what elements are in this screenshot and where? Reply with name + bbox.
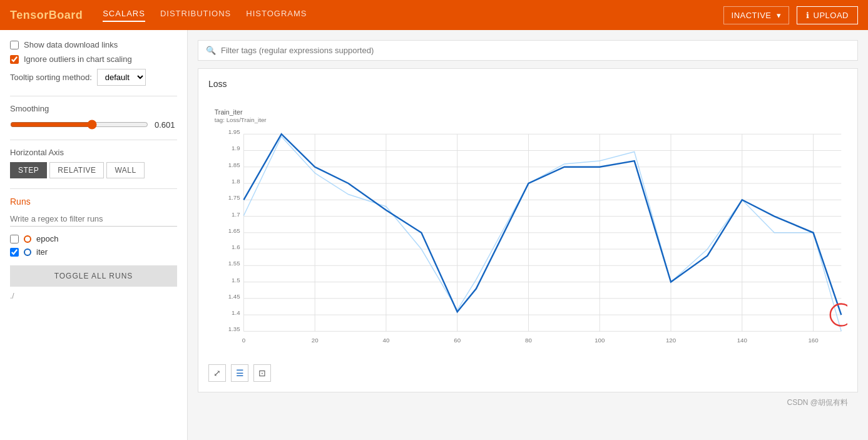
svg-text:60: 60 — [454, 337, 461, 344]
axis-step-button[interactable]: STEP — [10, 162, 47, 178]
divider-1 — [10, 96, 177, 96]
nav-scalars[interactable]: SCALARS — [103, 9, 145, 22]
svg-text:120: 120 — [666, 337, 677, 344]
svg-text:1.45: 1.45 — [228, 293, 240, 300]
chart-container: Train_iter tag: Loss/Train_iter 1.35 1.4… — [208, 96, 847, 359]
nav-tabs: SCALARS DISTRIBUTIONS HISTOGRAMS — [103, 9, 307, 22]
runs-filter-input[interactable] — [10, 212, 177, 227]
chart-svg: Train_iter tag: Loss/Train_iter 1.35 1.4… — [208, 96, 847, 359]
run-row-iter: iter — [10, 247, 177, 257]
horizontal-axis-label: Horizontal Axis — [10, 148, 177, 157]
smoothing-label: Smoothing — [10, 104, 177, 113]
zoom-icon: ⤢ — [213, 368, 221, 378]
chevron-down-icon: ▾ — [777, 11, 782, 20]
filter-bar: 🔍 — [198, 40, 858, 61]
svg-text:1.75: 1.75 — [228, 194, 240, 201]
tooltip-label: Tooltip sorting method: — [10, 73, 92, 82]
nav-distributions[interactable]: DISTRIBUTIONS — [160, 9, 231, 22]
smoothing-section: Smoothing 0.601 — [10, 104, 177, 130]
chart-title: Loss — [208, 79, 847, 89]
svg-text:1.35: 1.35 — [228, 325, 240, 332]
axis-buttons: STEP RELATIVE WALL — [10, 162, 177, 178]
toggle-all-button[interactable]: TOGGLE ALL RUNS — [10, 265, 177, 287]
run-iter-name: iter — [36, 247, 48, 257]
runs-section: Runs epoch iter TOGGLE ALL RUNS ./ — [10, 197, 177, 300]
tooltip-select[interactable]: default — [97, 69, 146, 86]
smoothed-line — [243, 136, 841, 331]
status-label: INACTIVE — [732, 11, 772, 20]
series-tag-text: tag: Loss/Train_iter — [215, 116, 267, 123]
runs-label: Runs — [10, 197, 177, 207]
divider-3 — [10, 188, 177, 189]
svg-text:1.7: 1.7 — [232, 211, 240, 218]
svg-text:1.9: 1.9 — [232, 145, 240, 152]
zoom-button[interactable]: ⤢ — [208, 364, 226, 382]
axis-relative-button[interactable]: RELATIVE — [49, 162, 104, 178]
svg-text:1.85: 1.85 — [228, 161, 240, 168]
show-data-links-row[interactable]: Show data download links — [10, 40, 177, 49]
svg-text:40: 40 — [383, 337, 390, 344]
svg-text:100: 100 — [595, 337, 605, 344]
watermark: CSDN @胡侃有料 — [198, 392, 858, 413]
svg-text:1.6: 1.6 — [232, 243, 240, 250]
svg-text:1.55: 1.55 — [228, 260, 240, 267]
ignore-outliers-checkbox[interactable] — [10, 55, 19, 64]
nav-histograms[interactable]: HISTOGRAMS — [246, 9, 307, 22]
chart-card: Loss Train_iter tag: Loss/Train_iter 1.3… — [198, 68, 858, 392]
header-right: INACTIVE ▾ ℹ UPLOAD — [723, 6, 858, 24]
smoothing-row: 0.601 — [10, 120, 177, 130]
show-data-links-label: Show data download links — [24, 40, 118, 49]
header: TensorBoard SCALARS DISTRIBUTIONS HISTOG… — [0, 0, 868, 30]
svg-text:1.8: 1.8 — [232, 178, 240, 185]
list-button[interactable]: ☰ — [231, 364, 248, 382]
svg-text:80: 80 — [525, 337, 532, 344]
main-line — [243, 134, 841, 315]
show-data-links-checkbox[interactable] — [10, 41, 19, 49]
run-epoch-name: epoch — [36, 234, 58, 243]
ignore-outliers-row[interactable]: Ignore outliers in chart scaling — [10, 54, 177, 64]
list-icon: ☰ — [236, 368, 244, 378]
svg-text:160: 160 — [808, 337, 819, 344]
series-name-text: Train_iter — [215, 108, 243, 116]
run-epoch-dot — [24, 235, 31, 243]
status-dropdown[interactable]: INACTIVE ▾ — [723, 6, 789, 24]
svg-text:1.95: 1.95 — [228, 128, 240, 135]
run-row-epoch: epoch — [10, 234, 177, 243]
run-iter-dot — [24, 248, 31, 256]
search-icon: 🔍 — [206, 46, 216, 55]
tooltip-row: Tooltip sorting method: default — [10, 69, 177, 86]
svg-text:20: 20 — [312, 337, 319, 344]
upload-icon: ℹ — [806, 11, 810, 20]
logo-text: TensorBoard — [10, 9, 83, 21]
run-iter-checkbox[interactable] — [10, 248, 19, 257]
expand-button[interactable]: ⊡ — [253, 364, 271, 382]
run-epoch-checkbox[interactable] — [10, 235, 19, 243]
chart-axes: 1.35 1.4 1.45 1.5 1.55 1.6 1.65 1.7 1.75… — [228, 128, 842, 344]
logo: TensorBoard — [10, 9, 83, 22]
svg-text:1.5: 1.5 — [232, 277, 240, 284]
svg-text:1.4: 1.4 — [232, 309, 240, 316]
sidebar: Show data download links Ignore outliers… — [0, 30, 188, 440]
ignore-outliers-label: Ignore outliers in chart scaling — [24, 54, 132, 64]
smoothing-value: 0.601 — [155, 120, 177, 130]
tag-filter-input[interactable] — [221, 46, 850, 55]
svg-text:0: 0 — [242, 337, 246, 344]
svg-text:1.65: 1.65 — [228, 227, 240, 234]
sidebar-footer: ./ — [10, 292, 177, 300]
chart-toolbar: ⤢ ☰ ⊡ — [208, 364, 847, 382]
svg-text:140: 140 — [737, 337, 748, 344]
options-section: Show data download links Ignore outliers… — [10, 40, 177, 86]
upload-label: UPLOAD — [814, 11, 849, 20]
expand-icon: ⊡ — [258, 368, 266, 378]
smoothing-slider[interactable] — [10, 120, 148, 130]
divider-2 — [10, 140, 177, 140]
main-content: 🔍 Loss Train_iter tag: Loss/Train_iter 1… — [188, 30, 868, 440]
axis-wall-button[interactable]: WALL — [106, 162, 144, 178]
main-layout: Show data download links Ignore outliers… — [0, 30, 868, 440]
horizontal-axis-section: Horizontal Axis STEP RELATIVE WALL — [10, 148, 177, 178]
upload-button[interactable]: ℹ UPLOAD — [797, 6, 858, 24]
